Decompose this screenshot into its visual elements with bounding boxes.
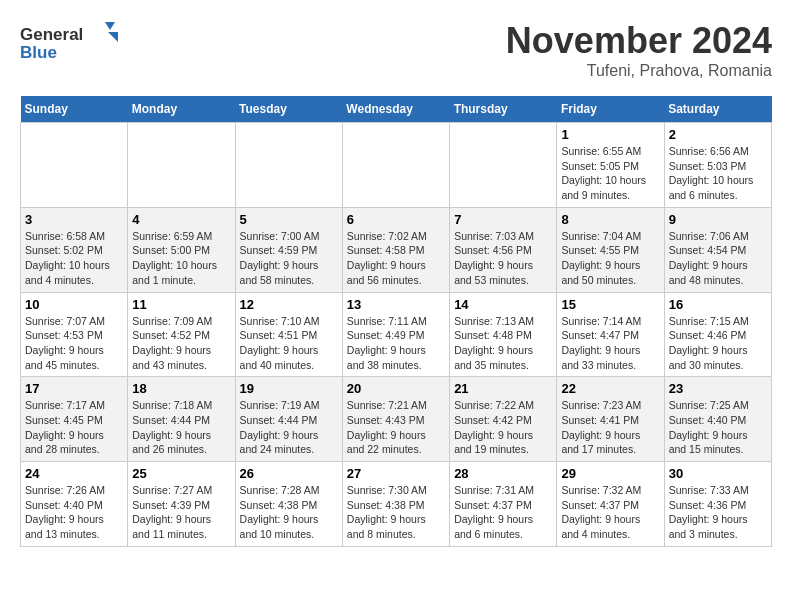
calendar-day-cell [450,123,557,208]
calendar-day-cell: 29Sunrise: 7:32 AMSunset: 4:37 PMDayligh… [557,462,664,547]
calendar-week-row: 1Sunrise: 6:55 AMSunset: 5:05 PMDaylight… [21,123,772,208]
logo: General Blue [20,20,120,65]
calendar-day-cell [342,123,449,208]
day-number: 12 [240,297,338,312]
day-number: 21 [454,381,552,396]
day-info: Sunrise: 7:15 AMSunset: 4:46 PMDaylight:… [669,314,767,373]
calendar-day-cell: 18Sunrise: 7:18 AMSunset: 4:44 PMDayligh… [128,377,235,462]
day-info: Sunrise: 7:03 AMSunset: 4:56 PMDaylight:… [454,229,552,288]
calendar-day-cell: 15Sunrise: 7:14 AMSunset: 4:47 PMDayligh… [557,292,664,377]
calendar-day-cell: 23Sunrise: 7:25 AMSunset: 4:40 PMDayligh… [664,377,771,462]
day-info: Sunrise: 7:09 AMSunset: 4:52 PMDaylight:… [132,314,230,373]
calendar-day-cell: 12Sunrise: 7:10 AMSunset: 4:51 PMDayligh… [235,292,342,377]
calendar-table: SundayMondayTuesdayWednesdayThursdayFrid… [20,96,772,547]
day-info: Sunrise: 7:30 AMSunset: 4:38 PMDaylight:… [347,483,445,542]
calendar-day-cell: 25Sunrise: 7:27 AMSunset: 4:39 PMDayligh… [128,462,235,547]
calendar-day-cell: 19Sunrise: 7:19 AMSunset: 4:44 PMDayligh… [235,377,342,462]
calendar-day-cell: 8Sunrise: 7:04 AMSunset: 4:55 PMDaylight… [557,207,664,292]
svg-text:General: General [20,25,83,44]
day-number: 2 [669,127,767,142]
day-number: 13 [347,297,445,312]
calendar-week-row: 17Sunrise: 7:17 AMSunset: 4:45 PMDayligh… [21,377,772,462]
day-info: Sunrise: 7:02 AMSunset: 4:58 PMDaylight:… [347,229,445,288]
day-info: Sunrise: 7:26 AMSunset: 4:40 PMDaylight:… [25,483,123,542]
location: Tufeni, Prahova, Romania [506,62,772,80]
day-info: Sunrise: 7:32 AMSunset: 4:37 PMDaylight:… [561,483,659,542]
day-info: Sunrise: 7:06 AMSunset: 4:54 PMDaylight:… [669,229,767,288]
day-number: 15 [561,297,659,312]
day-info: Sunrise: 7:07 AMSunset: 4:53 PMDaylight:… [25,314,123,373]
calendar-day-cell: 11Sunrise: 7:09 AMSunset: 4:52 PMDayligh… [128,292,235,377]
day-number: 9 [669,212,767,227]
day-info: Sunrise: 7:31 AMSunset: 4:37 PMDaylight:… [454,483,552,542]
calendar-day-cell: 7Sunrise: 7:03 AMSunset: 4:56 PMDaylight… [450,207,557,292]
day-info: Sunrise: 6:56 AMSunset: 5:03 PMDaylight:… [669,144,767,203]
calendar-day-cell: 21Sunrise: 7:22 AMSunset: 4:42 PMDayligh… [450,377,557,462]
day-info: Sunrise: 7:21 AMSunset: 4:43 PMDaylight:… [347,398,445,457]
svg-marker-3 [108,32,118,42]
calendar-day-cell: 26Sunrise: 7:28 AMSunset: 4:38 PMDayligh… [235,462,342,547]
calendar-day-cell: 28Sunrise: 7:31 AMSunset: 4:37 PMDayligh… [450,462,557,547]
svg-marker-2 [105,22,115,30]
calendar-day-cell [128,123,235,208]
calendar-day-cell: 2Sunrise: 6:56 AMSunset: 5:03 PMDaylight… [664,123,771,208]
calendar-day-cell: 17Sunrise: 7:17 AMSunset: 4:45 PMDayligh… [21,377,128,462]
calendar-day-cell: 9Sunrise: 7:06 AMSunset: 4:54 PMDaylight… [664,207,771,292]
calendar-day-cell: 10Sunrise: 7:07 AMSunset: 4:53 PMDayligh… [21,292,128,377]
calendar-day-cell: 24Sunrise: 7:26 AMSunset: 4:40 PMDayligh… [21,462,128,547]
day-info: Sunrise: 7:11 AMSunset: 4:49 PMDaylight:… [347,314,445,373]
day-number: 26 [240,466,338,481]
calendar-day-cell: 27Sunrise: 7:30 AMSunset: 4:38 PMDayligh… [342,462,449,547]
day-info: Sunrise: 7:13 AMSunset: 4:48 PMDaylight:… [454,314,552,373]
weekday-header: Friday [557,96,664,123]
day-info: Sunrise: 7:19 AMSunset: 4:44 PMDaylight:… [240,398,338,457]
day-info: Sunrise: 7:33 AMSunset: 4:36 PMDaylight:… [669,483,767,542]
day-info: Sunrise: 6:58 AMSunset: 5:02 PMDaylight:… [25,229,123,288]
calendar-day-cell: 22Sunrise: 7:23 AMSunset: 4:41 PMDayligh… [557,377,664,462]
day-info: Sunrise: 7:04 AMSunset: 4:55 PMDaylight:… [561,229,659,288]
weekday-header: Wednesday [342,96,449,123]
day-number: 25 [132,466,230,481]
calendar-day-cell: 4Sunrise: 6:59 AMSunset: 5:00 PMDaylight… [128,207,235,292]
calendar-day-cell: 16Sunrise: 7:15 AMSunset: 4:46 PMDayligh… [664,292,771,377]
day-number: 7 [454,212,552,227]
day-info: Sunrise: 7:28 AMSunset: 4:38 PMDaylight:… [240,483,338,542]
calendar-day-cell: 30Sunrise: 7:33 AMSunset: 4:36 PMDayligh… [664,462,771,547]
weekday-header-row: SundayMondayTuesdayWednesdayThursdayFrid… [21,96,772,123]
calendar-day-cell: 3Sunrise: 6:58 AMSunset: 5:02 PMDaylight… [21,207,128,292]
day-info: Sunrise: 7:18 AMSunset: 4:44 PMDaylight:… [132,398,230,457]
calendar-day-cell: 14Sunrise: 7:13 AMSunset: 4:48 PMDayligh… [450,292,557,377]
day-number: 29 [561,466,659,481]
day-number: 4 [132,212,230,227]
calendar-day-cell: 6Sunrise: 7:02 AMSunset: 4:58 PMDaylight… [342,207,449,292]
calendar-week-row: 3Sunrise: 6:58 AMSunset: 5:02 PMDaylight… [21,207,772,292]
day-number: 22 [561,381,659,396]
calendar-day-cell [21,123,128,208]
calendar-day-cell: 20Sunrise: 7:21 AMSunset: 4:43 PMDayligh… [342,377,449,462]
logo-svg: General Blue [20,20,120,65]
day-info: Sunrise: 7:27 AMSunset: 4:39 PMDaylight:… [132,483,230,542]
day-number: 17 [25,381,123,396]
day-info: Sunrise: 7:00 AMSunset: 4:59 PMDaylight:… [240,229,338,288]
weekday-header: Monday [128,96,235,123]
day-number: 5 [240,212,338,227]
calendar-day-cell: 1Sunrise: 6:55 AMSunset: 5:05 PMDaylight… [557,123,664,208]
day-number: 6 [347,212,445,227]
day-number: 1 [561,127,659,142]
day-number: 14 [454,297,552,312]
calendar-day-cell: 13Sunrise: 7:11 AMSunset: 4:49 PMDayligh… [342,292,449,377]
weekday-header: Thursday [450,96,557,123]
day-number: 27 [347,466,445,481]
calendar-week-row: 10Sunrise: 7:07 AMSunset: 4:53 PMDayligh… [21,292,772,377]
weekday-header: Sunday [21,96,128,123]
title-block: November 2024 Tufeni, Prahova, Romania [506,20,772,80]
weekday-header: Tuesday [235,96,342,123]
day-info: Sunrise: 7:23 AMSunset: 4:41 PMDaylight:… [561,398,659,457]
day-number: 16 [669,297,767,312]
day-number: 24 [25,466,123,481]
day-info: Sunrise: 7:17 AMSunset: 4:45 PMDaylight:… [25,398,123,457]
day-number: 18 [132,381,230,396]
day-number: 8 [561,212,659,227]
day-info: Sunrise: 7:14 AMSunset: 4:47 PMDaylight:… [561,314,659,373]
day-number: 3 [25,212,123,227]
